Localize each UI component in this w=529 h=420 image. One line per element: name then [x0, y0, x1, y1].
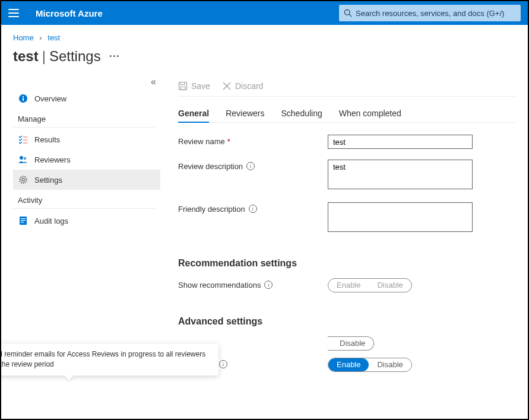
svg-rect-3 — [23, 98, 24, 101]
tab-general[interactable]: General — [178, 105, 209, 123]
review-description-label: Review description i — [178, 160, 328, 192]
search-icon — [344, 9, 352, 17]
friendly-description-input[interactable] — [328, 202, 473, 232]
log-icon — [18, 215, 28, 226]
section-advanced: Advanced settings — [178, 316, 516, 327]
checklist-icon — [18, 134, 28, 145]
show-recommendations-label: Show recommendations i — [178, 278, 328, 292]
save-button[interactable]: Save — [178, 81, 210, 91]
breadcrumb-home[interactable]: Home — [13, 33, 34, 42]
svg-rect-17 — [180, 82, 185, 84]
save-icon — [178, 81, 188, 91]
nav-results[interactable]: Results — [13, 129, 160, 149]
discard-button[interactable]: Discard — [222, 81, 263, 91]
info-icon — [18, 93, 28, 104]
page-title-separator: | — [42, 48, 46, 65]
gear-icon — [18, 174, 28, 185]
svg-point-11 — [22, 179, 24, 181]
toggle-disable[interactable]: Disable — [328, 337, 373, 350]
toggle-disable[interactable]: Disable — [369, 279, 411, 292]
svg-point-8 — [20, 156, 23, 160]
reminders-toggle[interactable]: Enable Disable — [328, 358, 412, 372]
svg-point-0 — [344, 9, 350, 15]
friendly-description-label: Friendly description i — [178, 202, 328, 234]
review-name-input[interactable] — [328, 135, 473, 149]
section-recommendation: Recommendation settings — [178, 258, 516, 269]
global-search[interactable] — [339, 5, 521, 21]
nav-settings[interactable]: Settings — [13, 170, 160, 190]
svg-rect-18 — [180, 87, 185, 90]
nav-group-manage: Manage — [13, 109, 156, 128]
info-icon[interactable]: i — [246, 162, 255, 170]
nav-overview[interactable]: Overview — [13, 88, 160, 109]
collapse-nav-icon[interactable]: « — [151, 77, 156, 87]
review-description-input[interactable] — [328, 160, 473, 189]
page-title-section: Settings — [49, 48, 101, 65]
tab-scheduling[interactable]: Scheduling — [281, 105, 322, 122]
review-name-label: Review name* — [178, 135, 328, 149]
toggle-enable[interactable]: Enable — [328, 279, 369, 292]
hidden-row-toggle[interactable]: Disable — [328, 336, 374, 351]
hamburger-menu-icon[interactable] — [8, 9, 19, 17]
brand-label: Microsoft Azure — [36, 8, 103, 18]
command-bar: Save Discard — [178, 75, 516, 97]
toggle-disable[interactable]: Disable — [369, 358, 411, 371]
svg-rect-4 — [23, 96, 24, 97]
toggle-enable[interactable]: Enable — [328, 358, 369, 371]
svg-point-10 — [20, 177, 27, 183]
svg-rect-15 — [21, 222, 24, 222]
svg-line-1 — [349, 14, 351, 17]
people-icon — [18, 154, 28, 165]
svg-rect-14 — [21, 220, 26, 221]
breadcrumb-current[interactable]: test — [47, 33, 60, 42]
svg-rect-13 — [21, 218, 26, 219]
more-actions-icon[interactable]: ··· — [109, 50, 120, 63]
page-title-resource: test — [13, 48, 39, 65]
page-title: test | Settings ··· — [13, 48, 516, 65]
reminders-tooltip: Azure AD will send reminder emails for A… — [1, 343, 218, 376]
nav-audit-logs[interactable]: Audit logs — [13, 211, 160, 231]
tab-bar: General Reviewers Scheduling When comple… — [178, 105, 516, 123]
svg-rect-16 — [179, 82, 187, 90]
main-panel: Save Discard General Reviewers Schedulin… — [160, 75, 516, 419]
show-recommendations-toggle[interactable]: Enable Disable — [328, 278, 412, 292]
nav-group-activity: Activity — [13, 190, 156, 209]
breadcrumb-separator: › — [39, 33, 42, 42]
nav-reviewers[interactable]: Reviewers — [13, 149, 160, 170]
info-icon[interactable]: i — [264, 281, 273, 289]
info-icon[interactable]: i — [219, 360, 227, 368]
tab-reviewers[interactable]: Reviewers — [226, 105, 264, 122]
close-icon — [222, 81, 232, 91]
breadcrumb: Home › test — [13, 33, 516, 42]
svg-point-9 — [24, 157, 26, 160]
top-bar: Microsoft Azure — [1, 1, 528, 25]
info-icon[interactable]: i — [249, 205, 257, 213]
search-input[interactable] — [356, 9, 516, 18]
tab-when-completed[interactable]: When completed — [339, 105, 401, 122]
